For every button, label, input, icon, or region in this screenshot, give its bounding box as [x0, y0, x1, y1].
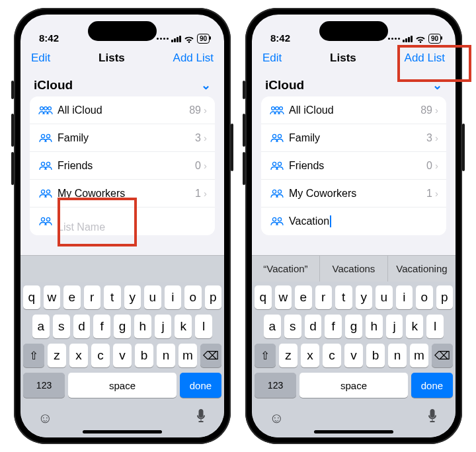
key-e[interactable]: e [63, 285, 81, 309]
numbers-key[interactable]: 123 [23, 373, 65, 398]
edit-button[interactable]: Edit [31, 52, 50, 65]
kb-suggestion[interactable]: Vacations [320, 256, 388, 282]
dictation-key[interactable] [195, 408, 207, 428]
key-u[interactable]: u [376, 285, 393, 309]
key-v[interactable]: v [113, 344, 132, 367]
key-q[interactable]: q [255, 285, 272, 309]
people-icon [269, 188, 286, 199]
key-y[interactable]: y [124, 285, 141, 309]
lists-card: All iCloud 89 › Family 3 › Friends 0 › M… [30, 96, 215, 235]
list-row[interactable]: Family 3 › [261, 124, 446, 152]
key-o[interactable]: o [184, 285, 202, 309]
shift-key[interactable]: ⇧ [23, 344, 44, 367]
dictation-key[interactable] [426, 408, 438, 428]
new-list-input[interactable] [58, 221, 207, 233]
key-i[interactable]: i [396, 285, 413, 309]
new-list-input-wrap [55, 209, 207, 234]
key-l[interactable]: l [426, 315, 444, 338]
key-f[interactable]: f [93, 315, 110, 338]
key-c[interactable]: c [91, 344, 110, 367]
key-j[interactable]: j [155, 315, 172, 338]
list-count: 1 [426, 188, 435, 200]
new-list-text: Vacation [289, 215, 329, 227]
key-e[interactable]: e [295, 285, 312, 309]
done-key[interactable]: done [180, 373, 221, 398]
key-y[interactable]: y [356, 285, 373, 309]
key-g[interactable]: g [114, 315, 131, 338]
key-p[interactable]: p [205, 285, 222, 309]
list-row[interactable]: All iCloud 89 › [30, 96, 215, 124]
key-d[interactable]: d [305, 315, 322, 338]
key-q[interactable]: q [23, 285, 40, 309]
phone-left: 8:42 90 Edit Lists Add List iCloud ⌄ All… [14, 8, 231, 444]
kb-suggestion[interactable]: Vacationing [388, 256, 456, 282]
new-list-row[interactable] [30, 207, 215, 235]
key-u[interactable]: u [144, 285, 161, 309]
add-list-button[interactable]: Add List [405, 52, 445, 65]
key-b[interactable]: b [366, 344, 385, 367]
space-key[interactable]: space [68, 373, 177, 398]
emoji-key[interactable]: ☺ [269, 410, 284, 427]
numbers-key[interactable]: 123 [255, 373, 296, 398]
section-header-icloud[interactable]: iCloud ⌄ [20, 71, 224, 96]
key-d[interactable]: d [73, 315, 91, 338]
key-x[interactable]: x [301, 344, 319, 367]
emoji-key[interactable]: ☺ [38, 410, 52, 427]
key-m[interactable]: m [410, 344, 428, 367]
new-list-row[interactable]: Vacation [261, 207, 446, 235]
key-w[interactable]: w [44, 285, 61, 309]
key-t[interactable]: t [335, 285, 352, 309]
key-g[interactable]: g [345, 315, 362, 338]
key-o[interactable]: o [416, 285, 433, 309]
key-f[interactable]: f [325, 315, 342, 338]
edit-button[interactable]: Edit [262, 52, 282, 65]
home-indicator[interactable] [83, 430, 162, 433]
add-list-button[interactable]: Add List [173, 52, 214, 65]
key-k[interactable]: k [175, 315, 192, 338]
list-row[interactable]: All iCloud 89 › [261, 96, 446, 124]
people-icon [269, 216, 286, 227]
key-h[interactable]: h [366, 315, 383, 338]
key-m[interactable]: m [178, 344, 197, 367]
list-row[interactable]: My Coworkers 1 › [261, 180, 446, 207]
key-n[interactable]: n [388, 344, 407, 367]
key-s[interactable]: s [53, 315, 70, 338]
key-p[interactable]: p [436, 285, 454, 309]
key-s[interactable]: s [284, 315, 301, 338]
list-label: My Coworkers [55, 188, 195, 200]
section-header-icloud[interactable]: iCloud ⌄ [252, 71, 456, 96]
done-key[interactable]: done [411, 373, 453, 398]
key-z[interactable]: z [279, 344, 298, 367]
key-l[interactable]: l [195, 315, 212, 338]
key-n[interactable]: n [157, 344, 175, 367]
svg-point-1 [44, 106, 48, 110]
key-w[interactable]: w [275, 285, 292, 309]
list-row[interactable]: My Coworkers 1 › [30, 180, 215, 207]
backspace-key[interactable]: ⌫ [432, 344, 453, 367]
home-indicator[interactable] [314, 430, 393, 433]
key-k[interactable]: k [406, 315, 423, 338]
key-t[interactable]: t [104, 285, 121, 309]
key-r[interactable]: r [84, 285, 101, 309]
list-row[interactable]: Friends 0 › [261, 152, 446, 180]
dynamic-island [88, 21, 157, 41]
key-b[interactable]: b [135, 344, 153, 367]
key-h[interactable]: h [134, 315, 151, 338]
backspace-key[interactable]: ⌫ [200, 344, 221, 367]
space-key[interactable]: space [299, 373, 408, 398]
keyboard: qwertyuiopasdfghjkl ⇧ zxcvbnm ⌫ 123 spac… [252, 282, 456, 403]
key-a[interactable]: a [264, 315, 281, 338]
key-a[interactable]: a [32, 315, 50, 338]
list-row[interactable]: Family 3 › [30, 124, 215, 152]
list-row[interactable]: Friends 0 › [30, 152, 215, 180]
key-c[interactable]: c [323, 344, 341, 367]
key-i[interactable]: i [165, 285, 182, 309]
kb-suggestion[interactable]: “Vacation” [252, 256, 320, 282]
key-j[interactable]: j [386, 315, 403, 338]
shift-key[interactable]: ⇧ [255, 344, 276, 367]
key-z[interactable]: z [48, 344, 66, 367]
key-x[interactable]: x [69, 344, 88, 367]
key-r[interactable]: r [315, 285, 333, 309]
key-v[interactable]: v [344, 344, 363, 367]
people-icon [269, 133, 286, 143]
